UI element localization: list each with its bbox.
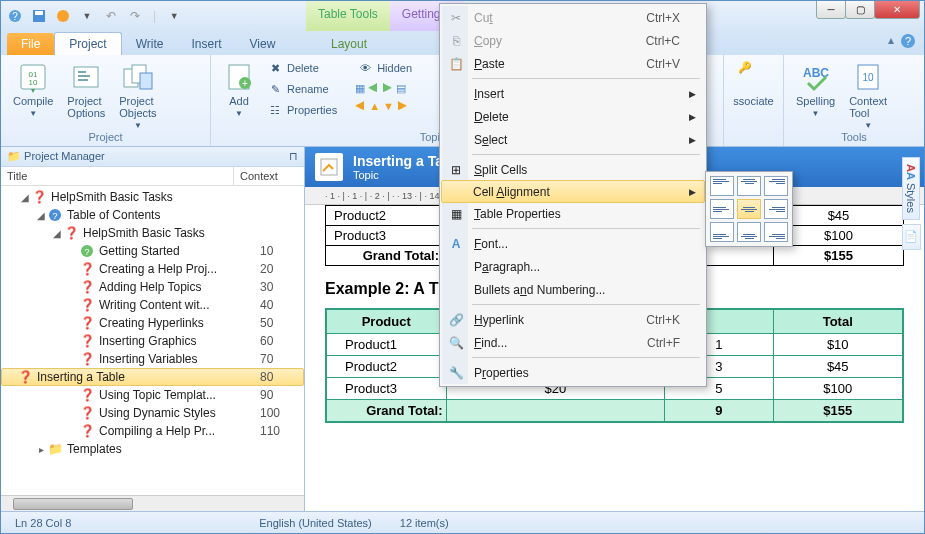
ctx-font[interactable]: AFont... [442, 232, 704, 255]
styles-sidetab[interactable]: AA Styles [902, 157, 920, 220]
tree-item[interactable]: ❓Compiling a Help Pr...110 [1, 422, 304, 440]
side-tabs: AA Styles 📄 [902, 157, 922, 254]
minimize-button[interactable]: ─ [816, 0, 846, 19]
layout-tab[interactable]: Layout [317, 33, 381, 55]
ctx-select[interactable]: Select▶ [442, 128, 704, 151]
align-bottom-right[interactable] [764, 222, 788, 242]
ctx-cell-alignment[interactable]: Cell Alignment▶ [441, 180, 705, 203]
associate-button[interactable]: 🔑 ssociate [732, 59, 775, 109]
context-tool-icon: 10 [852, 61, 884, 93]
view-tab[interactable]: View [236, 33, 290, 55]
topic-icon: ❓ [79, 279, 95, 295]
topic-check-icon: ? [79, 243, 95, 259]
align-middle-left[interactable] [710, 199, 734, 219]
hyperlink-icon: 🔗 [448, 312, 464, 328]
align-top-left[interactable] [710, 176, 734, 196]
tree-item[interactable]: ❓Creating a Help Proj...20 [1, 260, 304, 278]
help-file-icon: ❓ [31, 189, 47, 205]
ctx-hyperlink[interactable]: 🔗HyperlinkCtrl+K [442, 308, 704, 331]
ctx-table-properties[interactable]: ▦Table Properties [442, 202, 704, 225]
align-top-center[interactable] [737, 176, 761, 196]
arrow-down-icon[interactable]: ▼ [383, 100, 394, 112]
spelling-button[interactable]: ABC Spelling ▼ [792, 59, 839, 132]
rename-button[interactable]: ✎Rename [265, 80, 339, 98]
align-top-right[interactable] [764, 176, 788, 196]
move-left-icon[interactable]: ⯇ [368, 82, 379, 95]
ctx-split-cells[interactable]: ⊞Split Cells [442, 158, 704, 181]
topic-icon: ❓ [79, 261, 95, 277]
arrow-up-icon[interactable]: ▲ [369, 100, 380, 112]
maximize-button[interactable]: ▢ [845, 0, 875, 19]
ctx-insert[interactable]: Insert▶ [442, 82, 704, 105]
associate-icon: 🔑 [738, 61, 770, 93]
ctx-copy[interactable]: ⎘CopyCtrl+C [442, 29, 704, 52]
properties-icon: ☷ [267, 102, 283, 118]
tree-item[interactable]: ◢❓HelpSmith Basic Tasks [1, 224, 304, 242]
topic-icon: ❓ [79, 297, 95, 313]
minimize-ribbon-icon[interactable]: ▴ [888, 33, 894, 52]
ctx-paragraph[interactable]: Paragraph... [442, 255, 704, 278]
undo-icon[interactable]: ↶ [101, 6, 121, 26]
project-objects-button[interactable]: Project Objects ▼ [115, 59, 160, 132]
tree-item[interactable]: ❓Adding Help Topics30 [1, 278, 304, 296]
ctx-properties[interactable]: 🔧Properties [442, 361, 704, 384]
align-middle-right[interactable] [764, 199, 788, 219]
tree-item[interactable]: ❓Inserting Graphics60 [1, 332, 304, 350]
grid-icon[interactable]: ▦ [355, 82, 365, 95]
app-icon[interactable]: ? [5, 6, 25, 26]
save-icon[interactable] [29, 6, 49, 26]
horizontal-scrollbar[interactable] [1, 495, 304, 511]
tree-item[interactable]: ❓Using Topic Templat...90 [1, 386, 304, 404]
compile-icon[interactable] [53, 6, 73, 26]
tree-item-selected[interactable]: ❓Inserting a Table80 [1, 368, 304, 386]
align-bottom-left[interactable] [710, 222, 734, 242]
redo-icon[interactable]: ↷ [125, 6, 145, 26]
add-button[interactable]: + Add ▼ [219, 59, 259, 120]
qat-more-icon[interactable]: ▼ [164, 6, 184, 26]
project-options-button[interactable]: Project Options [63, 59, 109, 132]
context-tool-button[interactable]: 10 Context Tool ▼ [845, 59, 891, 132]
tree-item[interactable]: ❓Creating Hyperlinks50 [1, 314, 304, 332]
tree-root[interactable]: ◢❓HelpSmith Basic Tasks [1, 188, 304, 206]
tree-toc[interactable]: ◢?Table of Contents [1, 206, 304, 224]
insert-tab[interactable]: Insert [177, 33, 235, 55]
write-tab[interactable]: Write [122, 33, 178, 55]
table-tools-tab[interactable]: Table Tools [306, 1, 390, 31]
ctx-find[interactable]: 🔍Find...Ctrl+F [442, 331, 704, 354]
align-middle-center[interactable] [737, 199, 761, 219]
tree-item[interactable]: ❓Writing Content wit...40 [1, 296, 304, 314]
arrow-right-icon[interactable]: ⯈ [397, 100, 408, 112]
close-button[interactable]: ✕ [874, 0, 920, 19]
second-sidetab[interactable]: 📄 [902, 224, 921, 250]
ctx-paste[interactable]: 📋PasteCtrl+V [442, 52, 704, 75]
file-tab[interactable]: File [7, 33, 54, 55]
find-icon: 🔍 [448, 335, 464, 351]
qat-dropdown-icon[interactable]: ▼ [77, 6, 97, 26]
ctx-bullets[interactable]: Bullets and Numbering... [442, 278, 704, 301]
tree-templates[interactable]: ▸📁Templates [1, 440, 304, 458]
status-language[interactable]: English (United States) [245, 517, 386, 529]
tree-item[interactable]: ❓Using Dynamic Styles100 [1, 404, 304, 422]
hidden-button[interactable]: 👁Hidden [355, 59, 414, 77]
delete-button[interactable]: ✖Delete [265, 59, 339, 77]
tree-item[interactable]: ❓Inserting Variables70 [1, 350, 304, 368]
align-bottom-center[interactable] [737, 222, 761, 242]
ctx-delete[interactable]: Delete▶ [442, 105, 704, 128]
tree-item[interactable]: ?Getting Started10 [1, 242, 304, 260]
ctx-cut[interactable]: ✂CutCtrl+X [442, 6, 704, 29]
compile-button[interactable]: 0110 Compile ▼ [9, 59, 57, 132]
project-tab[interactable]: Project [54, 32, 121, 55]
help-icon[interactable]: ? [900, 33, 916, 52]
svg-text:10: 10 [29, 78, 38, 87]
spelling-icon: ABC [800, 61, 832, 93]
svg-text:+: + [242, 78, 248, 89]
col-title[interactable]: Title [1, 167, 234, 185]
window-controls: ─ ▢ ✕ [817, 0, 920, 19]
view-icon[interactable]: ▤ [396, 82, 406, 95]
wrench-icon: 🔧 [448, 365, 464, 381]
arrow-left-icon[interactable]: ⯇ [355, 100, 366, 112]
properties-button[interactable]: ☷Properties [265, 101, 339, 119]
move-right-icon[interactable]: ⯈ [382, 82, 393, 95]
pin-icon[interactable]: ⊓ [289, 150, 298, 163]
col-context[interactable]: Context [234, 167, 304, 185]
